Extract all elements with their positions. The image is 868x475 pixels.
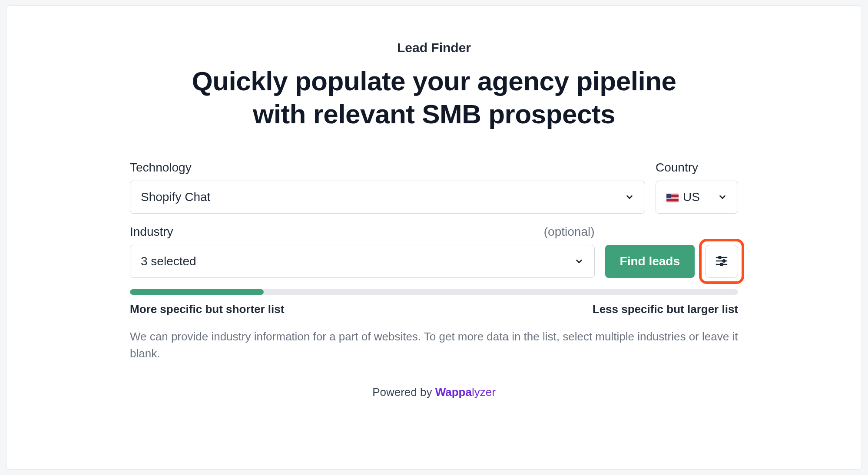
specificity-slider[interactable] [130, 289, 738, 295]
find-leads-button[interactable]: Find leads [605, 245, 695, 278]
technology-label: Technology [130, 161, 192, 175]
title-line-2: with relevant SMB prospects [253, 99, 615, 129]
industry-optional: (optional) [544, 225, 595, 239]
page-title: Quickly populate your agency pipeline wi… [130, 65, 738, 130]
filters-button[interactable] [705, 245, 738, 278]
chevron-down-icon [718, 192, 727, 202]
brand-rest: lyzer [472, 386, 496, 399]
lead-finder-card: Lead Finder Quickly populate your agency… [6, 5, 862, 470]
find-leads-label: Find leads [620, 254, 680, 268]
slider-labels: More specific but shorter list Less spec… [130, 303, 738, 316]
industry-label: Industry [130, 225, 173, 239]
country-value-wrap: US [666, 190, 700, 204]
slider-right-label: Less specific but larger list [593, 303, 738, 316]
slider-left-label: More specific but shorter list [130, 303, 284, 316]
technology-field: Technology Shopify Chat [130, 161, 645, 214]
country-field: Country US [656, 161, 738, 214]
chevron-down-icon [574, 257, 584, 266]
svg-point-5 [720, 263, 722, 265]
filters-highlight [699, 239, 744, 284]
svg-point-3 [723, 260, 725, 262]
lead-form: Technology Shopify Chat Country [130, 161, 738, 399]
industry-select[interactable]: 3 selected [130, 245, 595, 278]
technology-value: Shopify Chat [141, 190, 210, 204]
technology-select[interactable]: Shopify Chat [130, 181, 645, 214]
brand-bold: Wappa [435, 386, 472, 399]
chevron-down-icon [625, 192, 634, 202]
helper-text: We can provide industry information for … [130, 328, 738, 362]
us-flag-icon [666, 194, 679, 202]
industry-field: Industry (optional) 3 selected [130, 225, 595, 278]
country-value: US [683, 190, 700, 204]
supertitle: Lead Finder [130, 40, 738, 55]
sliders-icon [715, 254, 729, 269]
powered-prefix: Powered by [372, 386, 435, 399]
powered-by: Powered by Wappalyzer [130, 386, 738, 399]
svg-point-1 [719, 256, 721, 258]
country-select[interactable]: US [656, 181, 738, 214]
specificity-fill [130, 289, 264, 295]
industry-value: 3 selected [141, 254, 196, 268]
country-label: Country [656, 161, 698, 175]
title-line-1: Quickly populate your agency pipeline [192, 66, 676, 96]
